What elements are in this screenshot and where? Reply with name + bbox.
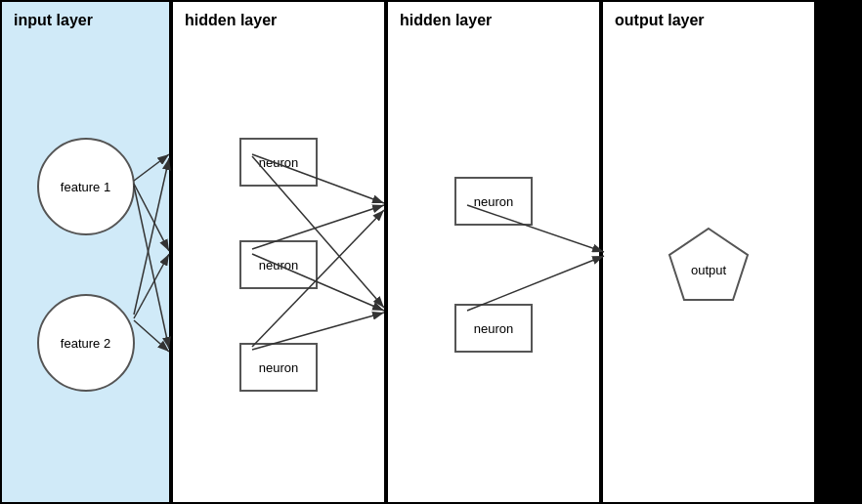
hidden1-neuron-3: neuron — [239, 343, 318, 392]
hidden-layer-1: hidden layer neuron neuron neuron — [171, 0, 386, 504]
input-node-1-label: feature 1 — [61, 180, 110, 194]
output-nodes-container: output — [603, 39, 814, 490]
input-node-1: feature 1 — [37, 138, 135, 235]
input-layer-title: input layer — [2, 2, 169, 39]
input-node-2-label: feature 2 — [61, 336, 110, 351]
input-nodes-container: feature 1 feature 2 — [2, 39, 169, 490]
hidden-layer-2-title: hidden layer — [388, 2, 599, 39]
hidden-layer-1-title: hidden layer — [173, 2, 384, 39]
neural-network-diagram: input layer feature 1 feature 2 hidden l… — [0, 0, 862, 504]
input-layer: input layer feature 1 feature 2 — [0, 0, 171, 504]
hidden2-neuron-2-label: neuron — [474, 321, 513, 336]
hidden1-neuron-1-label: neuron — [259, 155, 298, 170]
output-layer-title: output layer — [603, 2, 814, 39]
hidden2-neuron-2: neuron — [454, 304, 533, 353]
hidden1-neuron-3-label: neuron — [259, 360, 298, 375]
output-pentagon: output — [665, 224, 753, 307]
output-layer: output layer output — [601, 0, 816, 504]
hidden2-neuron-1: neuron — [454, 177, 533, 226]
hidden2-nodes-container: neuron neuron — [388, 39, 599, 490]
hidden1-neuron-2-label: neuron — [259, 258, 298, 273]
hidden1-neuron-2: neuron — [239, 240, 318, 289]
hidden1-neuron-1: neuron — [239, 138, 318, 187]
hidden1-nodes-container: neuron neuron neuron — [173, 39, 384, 490]
hidden-layer-2: hidden layer neuron neuron — [386, 0, 601, 504]
hidden2-neuron-1-label: neuron — [474, 194, 513, 209]
input-node-2: feature 2 — [37, 294, 135, 392]
output-node-label: output — [691, 263, 727, 277]
